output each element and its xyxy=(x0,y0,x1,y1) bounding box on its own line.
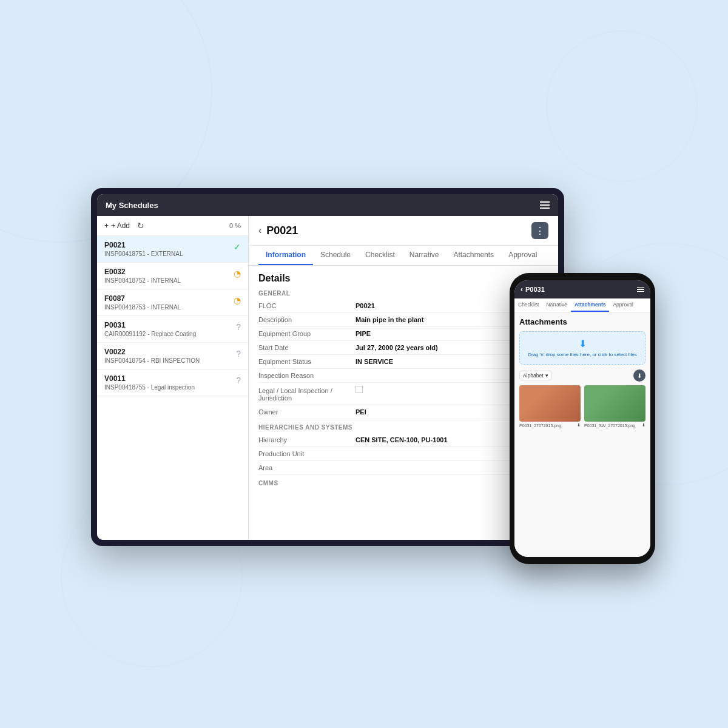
detail-value-owner: PEI xyxy=(356,408,366,416)
legal-checkbox[interactable] xyxy=(356,386,363,393)
hamburger-menu-icon[interactable] xyxy=(540,201,550,209)
details-title: Details xyxy=(258,273,548,284)
sidebar-item-desc: INSP00418751 - EXTERNAL xyxy=(104,251,183,257)
detail-key-inspection-reason: Inspection Reason xyxy=(258,372,356,379)
detail-row-equipment-status: Equipment Status IN SERVICE xyxy=(258,355,548,369)
sort-select[interactable]: Alphabet ▾ xyxy=(519,371,552,380)
more-options-button[interactable]: ⋮ xyxy=(531,222,548,239)
detail-key-area: Area xyxy=(258,464,356,471)
phone-menu-icon[interactable] xyxy=(637,287,644,292)
sidebar-item-info: V0022 INSP00418754 - RBI INSPECTION xyxy=(104,348,200,364)
section-hierarchies-label: HIERARCHIES AND SYSTEMS xyxy=(258,424,548,431)
check-circle-icon: ✓ xyxy=(234,242,241,252)
phone-app-title: P0031 xyxy=(525,286,545,293)
sidebar-item-v0022[interactable]: V0022 INSP00418754 - RBI INSPECTION ? xyxy=(97,343,248,369)
section-cmms-label: CMMS xyxy=(258,480,548,487)
detail-key-owner: Owner xyxy=(258,408,356,416)
tablet-body: + + Add ↻ 0 % P0021 INSP00418751 - EXTER… xyxy=(97,216,558,540)
detail-row-owner: Owner PEI xyxy=(258,405,548,419)
sidebar-item-id: P0031 xyxy=(104,321,196,329)
tab-attachments[interactable]: Attachments xyxy=(446,246,501,265)
phone-tab-narrative[interactable]: Narrative xyxy=(542,298,570,312)
sidebar-item-desc: INSP00418753 - INTERNAL xyxy=(104,304,181,311)
detail-key-legal: Legal / Local Inspection / Jurisdiction xyxy=(258,387,356,402)
detail-value-start-date: Jul 27, 2000 (22 years old) xyxy=(356,344,438,351)
phone-tab-approval[interactable]: Approval xyxy=(609,298,637,312)
thumbnail-filename-1: P0031_27072015.png xyxy=(519,423,561,428)
sidebar-item-p0031[interactable]: P0031 CAIR00091192 - Replace Coating ? xyxy=(97,316,248,343)
upload-drop-zone[interactable]: ⬇ Drag 'n' drop some files here, or clic… xyxy=(519,331,645,365)
thumbnail-download-icon-1[interactable]: ⬇ xyxy=(577,423,581,428)
sidebar-item-f0087[interactable]: F0087 INSP00418753 - INTERNAL ◔ xyxy=(97,289,248,316)
sidebar-item-id: V0022 xyxy=(104,348,200,356)
add-button[interactable]: + + Add xyxy=(104,221,130,230)
content-header-left: ‹ P0021 xyxy=(258,224,298,237)
question-circle-icon: ? xyxy=(236,349,241,359)
tablet-screen: My Schedules + + Add ↻ 0 % xyxy=(97,194,558,540)
upload-text: Drag 'n' drop some files here, or click … xyxy=(526,352,639,358)
thumbnails-grid: P0031_27072015.png ⬇ P0031_SW_27072015.p… xyxy=(519,385,645,428)
detail-row-equipment-group: Equipment Group PIPE xyxy=(258,327,548,341)
detail-value-hierarchy: CEN SITE, CEN-100, PU-1001 xyxy=(356,436,448,443)
tablet-header: My Schedules xyxy=(97,194,558,216)
sort-label: Alphabet xyxy=(523,372,544,379)
clock-icon: ◔ xyxy=(234,295,241,305)
thumbnail-filename-2: P0031_SW_27072015.png xyxy=(584,423,635,428)
add-label: + Add xyxy=(111,221,130,230)
tablet-device: My Schedules + + Add ↻ 0 % xyxy=(91,188,564,546)
sidebar-item-desc: INSP00418755 - Legal inspection xyxy=(104,384,195,391)
question-circle-icon: ? xyxy=(236,376,241,385)
phone-tab-attachments[interactable]: Attachments xyxy=(571,298,609,312)
detail-row-inspection-reason: Inspection Reason xyxy=(258,369,548,383)
phone-section-title: Attachments xyxy=(519,317,645,326)
sidebar-item-desc: CAIR00091192 - Replace Coating xyxy=(104,331,196,337)
thumbnail-image-1 xyxy=(519,385,581,422)
detail-row-floc: FLOC P0021 xyxy=(258,299,548,313)
detail-value-floc: P0021 xyxy=(356,302,375,309)
progress-percent: 0 % xyxy=(229,222,241,229)
detail-key-hierarchy: Hierarchy xyxy=(258,436,356,443)
detail-value-equipment-status: IN SERVICE xyxy=(356,358,393,365)
sidebar-item-p0021[interactable]: P0021 INSP00418751 - EXTERNAL ✓ xyxy=(97,236,248,263)
content-title: P0021 xyxy=(266,224,298,237)
detail-row-description: Description Main pipe in the plant xyxy=(258,313,548,327)
detail-value-description: Main pipe in the plant xyxy=(356,316,423,323)
tab-information[interactable]: Information xyxy=(258,246,313,265)
thumbnail-label-2: P0031_SW_27072015.png ⬇ xyxy=(584,423,645,428)
content-header: ‹ P0021 ⋮ xyxy=(249,216,558,246)
sidebar-item-info: V0011 INSP00418755 - Legal inspection xyxy=(104,374,195,391)
sidebar-item-id: P0021 xyxy=(104,241,183,249)
detail-row-hierarchy: Hierarchy CEN SITE, CEN-100, PU-1001 xyxy=(258,433,548,447)
phone-back-button[interactable]: ‹ xyxy=(521,285,523,294)
tabs-bar: Information Schedule Checklist Narrative… xyxy=(249,246,558,266)
detail-row-area: Area xyxy=(258,461,548,475)
scene: My Schedules + + Add ↻ 0 % xyxy=(91,152,637,576)
thumbnail-item-1[interactable]: P0031_27072015.png ⬇ xyxy=(519,385,581,428)
tab-checklist[interactable]: Checklist xyxy=(358,246,402,265)
detail-key-equipment-status: Equipment Status xyxy=(258,358,356,365)
thumbnail-item-2[interactable]: P0031_SW_27072015.png ⬇ xyxy=(584,385,645,428)
sidebar-item-desc: INSP00418754 - RBI INSPECTION xyxy=(104,357,200,364)
sidebar-item-e0032[interactable]: E0032 INSP00418752 - INTERNAL ◔ xyxy=(97,263,248,289)
download-all-button[interactable]: ⬇ xyxy=(633,369,645,382)
sidebar-item-info: F0087 INSP00418753 - INTERNAL xyxy=(104,294,181,311)
tab-schedule[interactable]: Schedule xyxy=(313,246,358,265)
thumbnail-image-2 xyxy=(584,385,645,422)
tab-approval[interactable]: Approval xyxy=(501,246,544,265)
sidebar: + + Add ↻ 0 % P0021 INSP00418751 - EXTER… xyxy=(97,216,249,540)
tablet-app-title: My Schedules xyxy=(106,201,158,210)
detail-key-floc: FLOC xyxy=(258,302,356,309)
thumbnail-download-icon-2[interactable]: ⬇ xyxy=(642,423,645,428)
plus-icon: + xyxy=(104,221,109,230)
sidebar-item-desc: INSP00418752 - INTERNAL xyxy=(104,277,181,284)
refresh-button[interactable]: ↻ xyxy=(137,221,144,231)
sidebar-item-v0011[interactable]: V0011 INSP00418755 - Legal inspection ? xyxy=(97,369,248,396)
back-button[interactable]: ‹ xyxy=(258,225,261,236)
sidebar-item-id: E0032 xyxy=(104,268,181,276)
phone-header: ‹ P0031 xyxy=(514,280,650,298)
detail-row-production-unit: Production Unit xyxy=(258,447,548,461)
tab-narrative[interactable]: Narrative xyxy=(402,246,447,265)
phone-tab-checklist[interactable]: Checklist xyxy=(514,298,542,312)
thumbnail-label-1: P0031_27072015.png ⬇ xyxy=(519,423,581,428)
sidebar-toolbar: + + Add ↻ 0 % xyxy=(97,216,248,236)
